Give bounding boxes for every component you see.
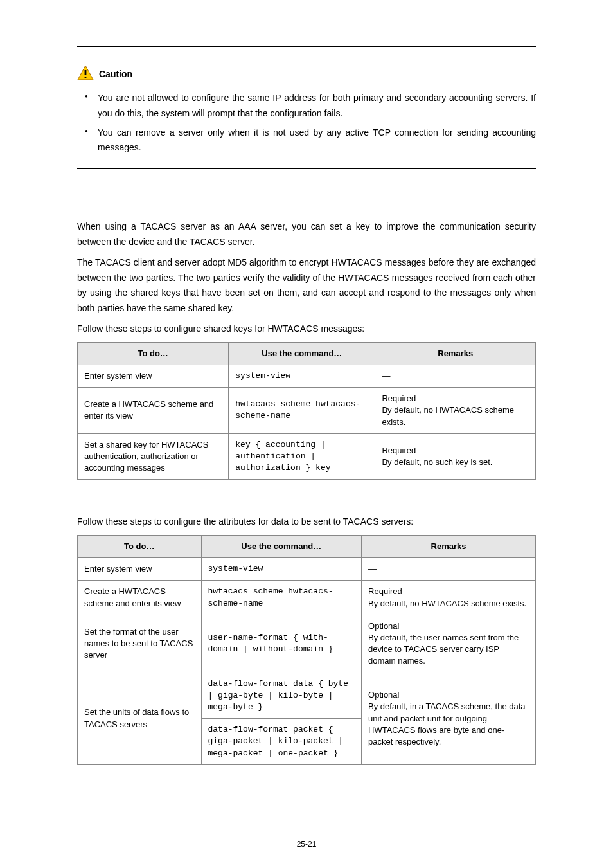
table-cell: hwtacacs scheme hwtacacs-scheme-name <box>201 581 362 615</box>
table-cell: Required By default, no HWTACACS scheme … <box>375 388 536 434</box>
warning-icon <box>77 65 94 83</box>
table-cell: system-view <box>201 558 362 581</box>
top-rule <box>77 46 536 47</box>
table-row: Create a HWTACACS scheme and enter its v… <box>78 581 536 615</box>
body-paragraph: When using a TACACS server as an AAA ser… <box>77 219 536 250</box>
body-paragraph: The TACACS client and server adopt MD5 a… <box>77 255 536 316</box>
table-header-row: To do… Use the command… Remarks <box>78 536 536 558</box>
table-cell: Enter system view <box>78 558 202 581</box>
caution-list: You are not allowed to configure the sam… <box>77 91 536 156</box>
config-table-2: To do… Use the command… Remarks Enter sy… <box>77 535 536 765</box>
table-header: Use the command… <box>201 536 362 558</box>
caution-item: You are not allowed to configure the sam… <box>98 91 536 122</box>
lead-paragraph: Follow these steps to configure shared k… <box>77 321 536 337</box>
config-table-1: To do… Use the command… Remarks Enter sy… <box>77 342 536 480</box>
table-cell: Set the format of the user names to be s… <box>78 615 202 673</box>
table-cell: Optional By default, the user names sent… <box>362 615 536 673</box>
table-header: Remarks <box>362 536 536 558</box>
table-cell: Enter system view <box>78 365 229 387</box>
caution-block: Caution You are not allowed to configure… <box>77 65 536 156</box>
caution-header: Caution <box>77 65 536 83</box>
table-header-row: To do… Use the command… Remarks <box>78 342 536 365</box>
table-cell: Required By default, no such key is set. <box>375 433 536 480</box>
svg-rect-2 <box>85 77 87 78</box>
table-row: Set a shared key for HWTACACS authentica… <box>78 433 536 480</box>
table-cell: data-flow-format data { byte | giga-byte… <box>201 673 362 719</box>
table-row: Create a HWTACACS scheme and enter its v… <box>78 388 536 434</box>
table-row: Set the format of the user names to be s… <box>78 615 536 673</box>
svg-rect-1 <box>85 70 87 75</box>
table-cell: user-name-format { with-domain | without… <box>201 615 362 673</box>
table-cell: — <box>375 365 536 387</box>
table-header: Use the command… <box>229 342 375 365</box>
table-row: Set the units of data flows to TACACS se… <box>78 673 536 719</box>
table-cell: Required By default, no HWTACACS scheme … <box>362 581 536 615</box>
table-header: Remarks <box>375 342 536 365</box>
caution-label: Caution <box>99 69 132 79</box>
table-header: To do… <box>78 536 202 558</box>
lead-paragraph: Follow these steps to configure the attr… <box>77 514 536 530</box>
table-cell: — <box>362 558 536 581</box>
table-row: Enter system view system-view — <box>78 365 536 387</box>
table-cell: Set a shared key for HWTACACS authentica… <box>78 433 229 480</box>
caution-item: You can remove a server only when it is … <box>98 125 536 156</box>
table-cell: hwtacacs scheme hwtacacs-scheme-name <box>229 388 375 434</box>
table-cell: Create a HWTACACS scheme and enter its v… <box>78 388 229 434</box>
page-number: 25-21 <box>0 840 613 849</box>
table-cell: key { accounting | authentication | auth… <box>229 433 375 480</box>
table-header: To do… <box>78 342 229 365</box>
table-row: Enter system view system-view — <box>78 558 536 581</box>
table-cell: system-view <box>229 365 375 387</box>
table-cell: Create a HWTACACS scheme and enter its v… <box>78 581 202 615</box>
table-cell: Set the units of data flows to TACACS se… <box>78 673 202 764</box>
bottom-rule <box>77 168 536 169</box>
spacer <box>77 194 536 219</box>
table-cell: Optional By default, in a TACACS scheme,… <box>362 673 536 764</box>
table-cell: data-flow-format packet { giga-packet | … <box>201 719 362 765</box>
